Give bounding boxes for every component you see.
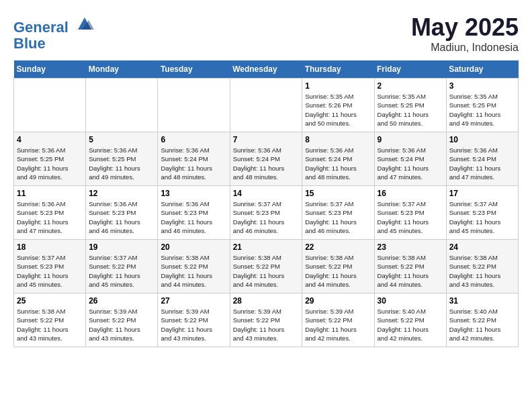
day-info: Sunrise: 5:36 AM Sunset: 5:24 PM Dayligh… xyxy=(378,146,443,181)
weekday-header-sunday: Sunday xyxy=(14,60,86,79)
day-cell xyxy=(230,79,302,132)
day-number: 2 xyxy=(378,81,443,91)
day-number: 17 xyxy=(449,189,515,198)
day-number: 24 xyxy=(449,242,515,252)
day-info: Sunrise: 5:36 AM Sunset: 5:23 PM Dayligh… xyxy=(17,199,83,235)
page-header: General Blue May 2025 Madiun, Indonesia xyxy=(13,13,519,54)
logo-blue: Blue xyxy=(13,35,46,52)
weekday-header-thursday: Thursday xyxy=(302,60,374,79)
week-row-5: 25Sunrise: 5:38 AM Sunset: 5:22 PM Dayli… xyxy=(14,293,519,347)
day-cell xyxy=(86,79,158,132)
day-cell: 24Sunrise: 5:38 AM Sunset: 5:22 PM Dayli… xyxy=(446,240,518,293)
day-info: Sunrise: 5:36 AM Sunset: 5:24 PM Dayligh… xyxy=(305,146,371,181)
day-number: 10 xyxy=(449,135,515,144)
day-cell: 11Sunrise: 5:36 AM Sunset: 5:23 PM Dayli… xyxy=(14,186,86,240)
day-info: Sunrise: 5:38 AM Sunset: 5:22 PM Dayligh… xyxy=(161,253,226,289)
day-cell: 16Sunrise: 5:37 AM Sunset: 5:23 PM Dayli… xyxy=(374,186,446,240)
day-cell: 26Sunrise: 5:39 AM Sunset: 5:22 PM Dayli… xyxy=(86,293,158,347)
day-number: 12 xyxy=(89,189,154,198)
day-cell: 20Sunrise: 5:38 AM Sunset: 5:22 PM Dayli… xyxy=(158,240,230,293)
day-info: Sunrise: 5:35 AM Sunset: 5:26 PM Dayligh… xyxy=(305,92,371,128)
day-cell: 13Sunrise: 5:36 AM Sunset: 5:23 PM Dayli… xyxy=(158,186,230,240)
day-number: 13 xyxy=(161,189,226,198)
day-cell: 15Sunrise: 5:37 AM Sunset: 5:23 PM Dayli… xyxy=(302,186,374,240)
day-number: 21 xyxy=(233,242,300,252)
day-info: Sunrise: 5:36 AM Sunset: 5:23 PM Dayligh… xyxy=(89,199,154,235)
logo-icon xyxy=(75,13,94,32)
day-number: 31 xyxy=(449,296,515,306)
day-info: Sunrise: 5:36 AM Sunset: 5:25 PM Dayligh… xyxy=(89,146,154,181)
logo: General Blue xyxy=(13,13,94,52)
day-cell: 22Sunrise: 5:38 AM Sunset: 5:22 PM Dayli… xyxy=(302,240,374,293)
day-number: 16 xyxy=(378,189,443,198)
day-number: 27 xyxy=(161,296,226,306)
day-info: Sunrise: 5:37 AM Sunset: 5:22 PM Dayligh… xyxy=(89,253,154,289)
day-info: Sunrise: 5:38 AM Sunset: 5:22 PM Dayligh… xyxy=(233,253,300,289)
day-info: Sunrise: 5:37 AM Sunset: 5:23 PM Dayligh… xyxy=(233,199,300,235)
week-row-3: 11Sunrise: 5:36 AM Sunset: 5:23 PM Dayli… xyxy=(14,186,519,240)
day-number: 29 xyxy=(305,296,371,306)
day-cell: 2Sunrise: 5:35 AM Sunset: 5:25 PM Daylig… xyxy=(374,79,446,132)
day-info: Sunrise: 5:40 AM Sunset: 5:22 PM Dayligh… xyxy=(378,307,443,342)
day-cell: 3Sunrise: 5:35 AM Sunset: 5:25 PM Daylig… xyxy=(446,79,518,132)
day-number: 7 xyxy=(233,135,300,144)
day-info: Sunrise: 5:39 AM Sunset: 5:22 PM Dayligh… xyxy=(233,307,300,342)
day-cell: 30Sunrise: 5:40 AM Sunset: 5:22 PM Dayli… xyxy=(374,293,446,347)
day-cell: 7Sunrise: 5:36 AM Sunset: 5:24 PM Daylig… xyxy=(230,132,302,186)
day-number: 28 xyxy=(233,296,300,306)
day-number: 8 xyxy=(305,135,371,144)
day-info: Sunrise: 5:38 AM Sunset: 5:22 PM Dayligh… xyxy=(378,253,443,289)
day-info: Sunrise: 5:36 AM Sunset: 5:24 PM Dayligh… xyxy=(161,146,226,181)
day-number: 9 xyxy=(378,135,443,144)
day-number: 5 xyxy=(89,135,154,144)
day-info: Sunrise: 5:38 AM Sunset: 5:22 PM Dayligh… xyxy=(305,253,371,289)
weekday-header-wednesday: Wednesday xyxy=(230,60,302,79)
day-info: Sunrise: 5:37 AM Sunset: 5:23 PM Dayligh… xyxy=(305,199,371,235)
day-cell: 31Sunrise: 5:40 AM Sunset: 5:22 PM Dayli… xyxy=(446,293,518,347)
day-number: 1 xyxy=(305,81,371,91)
week-row-4: 18Sunrise: 5:37 AM Sunset: 5:23 PM Dayli… xyxy=(14,240,519,293)
weekday-header-monday: Monday xyxy=(86,60,158,79)
weekday-header-friday: Friday xyxy=(374,60,446,79)
week-row-1: 1Sunrise: 5:35 AM Sunset: 5:26 PM Daylig… xyxy=(14,79,519,132)
day-cell: 27Sunrise: 5:39 AM Sunset: 5:22 PM Dayli… xyxy=(158,293,230,347)
day-number: 30 xyxy=(378,296,443,306)
day-info: Sunrise: 5:37 AM Sunset: 5:23 PM Dayligh… xyxy=(449,199,515,235)
day-cell: 17Sunrise: 5:37 AM Sunset: 5:23 PM Dayli… xyxy=(446,186,518,240)
title-block: May 2025 Madiun, Indonesia xyxy=(411,13,519,54)
day-info: Sunrise: 5:39 AM Sunset: 5:22 PM Dayligh… xyxy=(161,307,226,342)
day-cell: 9Sunrise: 5:36 AM Sunset: 5:24 PM Daylig… xyxy=(374,132,446,186)
day-number: 11 xyxy=(17,189,83,198)
day-info: Sunrise: 5:36 AM Sunset: 5:25 PM Dayligh… xyxy=(17,146,83,181)
logo-general: General xyxy=(13,19,69,36)
day-cell xyxy=(14,79,86,132)
day-number: 6 xyxy=(161,135,226,144)
day-number: 23 xyxy=(378,242,443,252)
day-cell: 4Sunrise: 5:36 AM Sunset: 5:25 PM Daylig… xyxy=(14,132,86,186)
week-row-2: 4Sunrise: 5:36 AM Sunset: 5:25 PM Daylig… xyxy=(14,132,519,186)
day-info: Sunrise: 5:36 AM Sunset: 5:24 PM Dayligh… xyxy=(233,146,300,181)
day-info: Sunrise: 5:35 AM Sunset: 5:25 PM Dayligh… xyxy=(378,92,443,128)
day-info: Sunrise: 5:39 AM Sunset: 5:22 PM Dayligh… xyxy=(305,307,371,342)
day-info: Sunrise: 5:39 AM Sunset: 5:22 PM Dayligh… xyxy=(89,307,154,342)
day-number: 18 xyxy=(17,242,83,252)
day-cell: 1Sunrise: 5:35 AM Sunset: 5:26 PM Daylig… xyxy=(302,79,374,132)
day-number: 14 xyxy=(233,189,300,198)
day-info: Sunrise: 5:36 AM Sunset: 5:23 PM Dayligh… xyxy=(161,199,226,235)
weekday-header-row: SundayMondayTuesdayWednesdayThursdayFrid… xyxy=(14,60,519,79)
day-info: Sunrise: 5:38 AM Sunset: 5:22 PM Dayligh… xyxy=(17,307,83,342)
day-number: 20 xyxy=(161,242,226,252)
day-number: 26 xyxy=(89,296,154,306)
day-cell: 6Sunrise: 5:36 AM Sunset: 5:24 PM Daylig… xyxy=(158,132,230,186)
month-title: May 2025 xyxy=(411,13,519,42)
day-info: Sunrise: 5:40 AM Sunset: 5:22 PM Dayligh… xyxy=(449,307,515,342)
day-cell: 8Sunrise: 5:36 AM Sunset: 5:24 PM Daylig… xyxy=(302,132,374,186)
day-cell: 18Sunrise: 5:37 AM Sunset: 5:23 PM Dayli… xyxy=(14,240,86,293)
day-info: Sunrise: 5:37 AM Sunset: 5:23 PM Dayligh… xyxy=(378,199,443,235)
calendar-table: SundayMondayTuesdayWednesdayThursdayFrid… xyxy=(13,60,519,347)
day-number: 19 xyxy=(89,242,154,252)
day-number: 3 xyxy=(449,81,515,91)
day-cell: 14Sunrise: 5:37 AM Sunset: 5:23 PM Dayli… xyxy=(230,186,302,240)
day-number: 15 xyxy=(305,189,371,198)
day-info: Sunrise: 5:36 AM Sunset: 5:24 PM Dayligh… xyxy=(449,146,515,181)
